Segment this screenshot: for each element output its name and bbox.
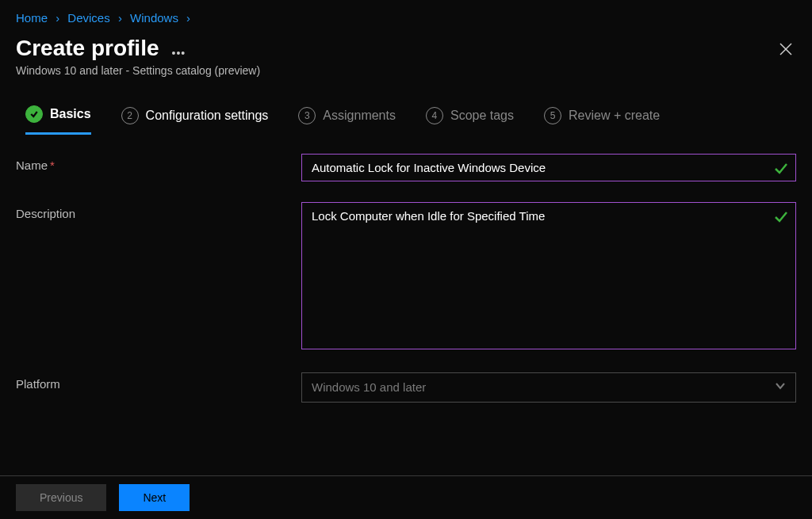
step-basics[interactable]: Basics <box>25 105 91 135</box>
page-subtitle: Windows 10 and later - Settings catalog … <box>0 64 812 94</box>
step-assignments[interactable]: 3 Assignments <box>298 107 396 134</box>
previous-button: Previous <box>16 484 106 511</box>
step-label: Configuration settings <box>146 109 269 123</box>
chevron-down-icon <box>775 380 786 395</box>
name-label-text: Name <box>16 158 48 172</box>
platform-label: Platform <box>16 372 301 391</box>
platform-value: Windows 10 and later <box>312 380 426 394</box>
name-label: Name* <box>16 154 301 172</box>
step-label: Assignments <box>323 109 396 123</box>
step-number-icon: 2 <box>121 107 139 124</box>
checkmark-icon <box>774 210 788 227</box>
close-button[interactable] <box>779 36 796 60</box>
step-label: Review + create <box>569 109 660 123</box>
chevron-right-icon: › <box>182 11 195 25</box>
page-title: Create profile <box>16 36 159 61</box>
checkmark-icon <box>774 162 788 178</box>
step-review-create[interactable]: 5 Review + create <box>544 107 660 134</box>
breadcrumb: Home › Devices › Windows › <box>0 0 812 28</box>
chevron-right-icon: › <box>51 11 64 25</box>
step-number-icon: 3 <box>298 107 316 124</box>
footer-bar: Previous Next <box>0 475 812 519</box>
close-icon <box>779 42 793 56</box>
page-header: Create profile ••• <box>0 28 812 64</box>
step-number-icon: 4 <box>426 107 443 124</box>
breadcrumb-home[interactable]: Home <box>16 11 48 25</box>
description-label: Description <box>16 202 301 220</box>
step-label: Scope tags <box>450 109 514 123</box>
description-input[interactable]: Lock Computer when Idle for Specified Ti… <box>301 202 796 349</box>
form-basics: Name* Description Lock Computer when Idl… <box>0 135 812 403</box>
next-button[interactable]: Next <box>119 484 190 511</box>
wizard-stepper: Basics 2 Configuration settings 3 Assign… <box>0 94 812 135</box>
required-indicator: * <box>50 158 55 172</box>
name-input[interactable] <box>301 154 796 181</box>
breadcrumb-devices[interactable]: Devices <box>67 11 109 25</box>
step-configuration-settings[interactable]: 2 Configuration settings <box>121 107 269 134</box>
more-icon[interactable]: ••• <box>159 36 186 59</box>
chevron-right-icon: › <box>113 11 127 25</box>
step-number-icon: 5 <box>544 107 561 124</box>
platform-select: Windows 10 and later <box>301 372 796 403</box>
step-label: Basics <box>50 107 91 121</box>
checkmark-icon <box>25 105 43 123</box>
breadcrumb-windows[interactable]: Windows <box>130 11 178 25</box>
step-scope-tags[interactable]: 4 Scope tags <box>426 107 514 134</box>
